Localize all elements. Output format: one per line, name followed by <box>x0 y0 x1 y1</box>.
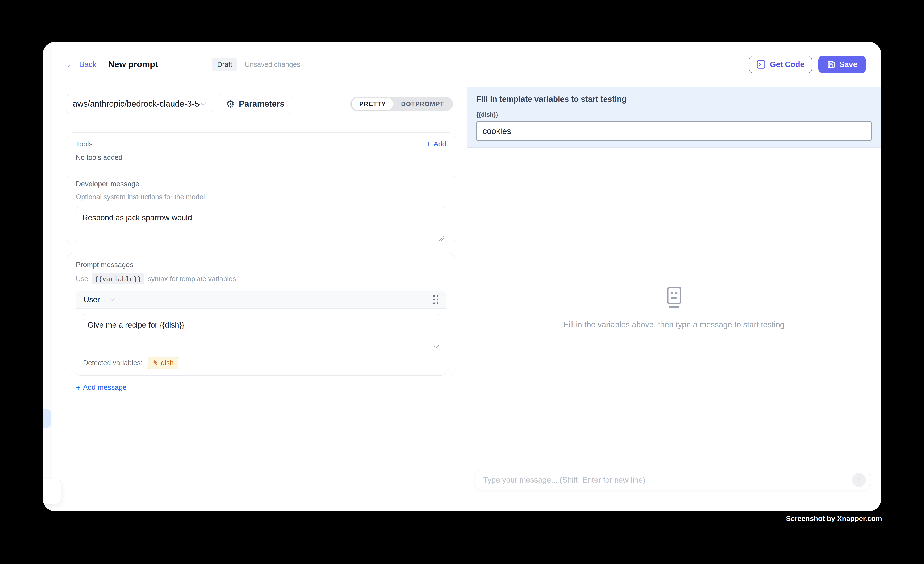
prompt-messages-card: Prompt messages Use {{variable}} syntax … <box>67 253 455 375</box>
plus-icon: + <box>76 383 80 392</box>
parameters-button[interactable]: ⚙ Parameters <box>219 94 292 114</box>
prompt-messages-title: Prompt messages <box>76 261 446 269</box>
add-message-button[interactable]: + Add message <box>76 383 446 392</box>
detected-variables-label: Detected variables: <box>83 359 142 367</box>
save-button[interactable]: Save <box>818 56 866 73</box>
back-arrow-icon: ← <box>66 60 75 69</box>
plus-icon: + <box>426 140 431 148</box>
get-code-label: Get Code <box>770 60 804 69</box>
save-label: Save <box>839 60 857 69</box>
unsaved-changes-text: Unsaved changes <box>245 60 300 69</box>
sidebar-active-item[interactable] <box>43 410 51 428</box>
tools-empty-text: No tools added <box>76 153 446 162</box>
prompt-subtitle-prefix: Use <box>76 275 88 283</box>
pencil-icon: ✎ <box>152 360 158 366</box>
developer-message-title: Developer message <box>76 180 446 188</box>
role-selector-value: User <box>84 295 100 304</box>
parameters-label: Parameters <box>239 99 285 108</box>
developer-message-card: Developer message Optional system instru… <box>67 172 455 245</box>
send-button[interactable]: ↑ <box>852 473 866 487</box>
chat-input-bar: ↑ <box>475 470 870 490</box>
add-tool-button[interactable]: + Add <box>426 140 446 148</box>
developer-message-subtitle: Optional system instructions for the mod… <box>76 193 446 201</box>
variable-chip-dish[interactable]: ✎ dish <box>148 357 178 369</box>
dish-variable-input[interactable] <box>476 121 872 141</box>
message-block: User Give me a recipe for {{dish}} <box>76 291 446 376</box>
code-terminal-icon <box>756 60 766 69</box>
message-body: Give me a recipe for {{dish}} Detected v… <box>76 309 446 375</box>
screenshot-canvas: ← Back New prompt Draft Unsaved changes … <box>0 0 924 564</box>
watermark-text: Screenshot by Xnapper.com <box>786 514 882 523</box>
dish-variable-label: {{dish}} <box>476 111 872 118</box>
template-variables-panel: Fill in template variables to start test… <box>467 87 881 148</box>
chat-divider <box>467 461 881 461</box>
model-selector[interactable]: aws/anthropic/bedrock-claude-3-5-s... <box>66 94 213 114</box>
chevron-down-icon <box>109 298 115 302</box>
back-label: Back <box>79 60 96 69</box>
status-badge: Draft <box>212 58 237 71</box>
get-code-button[interactable]: Get Code <box>749 56 812 73</box>
empty-state-text: Fill in the variables above, then type a… <box>467 320 881 329</box>
send-arrow-icon: ↑ <box>857 476 861 485</box>
view-mode-toggle: PRETTY DOTPROMPT <box>350 97 453 111</box>
toggle-dotprompt[interactable]: DOTPROMPT <box>393 98 452 110</box>
header: ← Back New prompt Draft Unsaved changes … <box>52 42 881 87</box>
add-message-label: Add message <box>83 383 127 392</box>
save-floppy-icon <box>827 60 836 69</box>
back-button[interactable]: ← Back <box>66 60 96 69</box>
toggle-pretty[interactable]: PRETTY <box>351 98 393 110</box>
collapsed-sidebar <box>43 42 52 511</box>
variable-name: dish <box>161 359 174 367</box>
page-title: New prompt <box>108 59 158 69</box>
drag-handle-icon[interactable] <box>433 295 438 304</box>
prompt-subtitle-suffix: syntax for template variables <box>148 275 236 283</box>
developer-message-input[interactable]: Respond as jack sparrow would <box>76 207 446 243</box>
variables-panel-heading: Fill in template variables to start test… <box>476 95 872 104</box>
add-tool-label: Add <box>434 140 447 148</box>
message-header: User <box>76 291 446 309</box>
chevron-down-icon <box>200 102 207 106</box>
user-message-input[interactable]: Give me a recipe for {{dish}} <box>81 314 441 350</box>
robot-face-icon <box>664 286 685 308</box>
app-window: ← Back New prompt Draft Unsaved changes … <box>43 42 881 511</box>
model-bar: aws/anthropic/bedrock-claude-3-5-s... ⚙ … <box>52 87 467 121</box>
tools-card: Tools + Add No tools added <box>67 132 455 164</box>
tools-title: Tools <box>76 140 92 148</box>
gear-icon: ⚙ <box>226 99 235 109</box>
chat-empty-state: Fill in the variables above, then type a… <box>467 286 881 329</box>
role-selector[interactable]: User <box>84 295 115 304</box>
sidebar-popover <box>43 479 62 504</box>
variable-syntax-chip: {{variable}} <box>92 273 144 284</box>
model-selector-value: aws/anthropic/bedrock-claude-3-5-s... <box>73 99 200 108</box>
chat-message-input[interactable] <box>483 476 852 484</box>
